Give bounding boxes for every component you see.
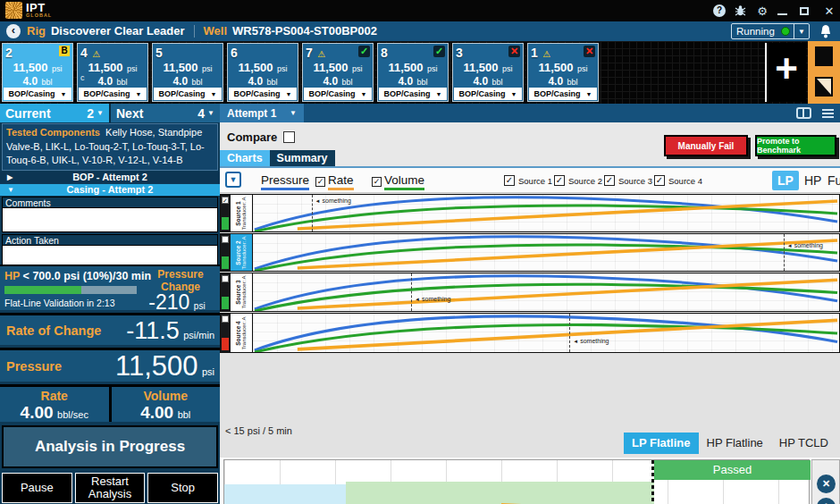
strip-plot-area[interactable]: ◄something xyxy=(253,234,839,271)
strip-chart-source4[interactable]: Source 4 Transducer: A ◄something xyxy=(220,313,840,353)
solid-mode-icon[interactable] xyxy=(815,46,833,66)
add-test-button[interactable]: + xyxy=(765,43,806,102)
restart-analysis-button[interactable]: Restart Analysis xyxy=(75,473,146,503)
attempt-tab[interactable]: Attempt 1 ▼ xyxy=(220,104,304,122)
ramp-mode-icon[interactable] xyxy=(815,77,833,97)
source1-checkbox[interactable]: ✓ xyxy=(504,175,515,186)
card-type-dropdown[interactable]: BOP/Casing▼ xyxy=(229,88,297,100)
left-pointer-icon: ◄ xyxy=(787,243,793,248)
left-pointer-icon: ◄ xyxy=(415,297,420,302)
tab-next[interactable]: Next 4▼ xyxy=(109,104,220,122)
rate-of-change-label: Rate of Change xyxy=(6,323,101,338)
comments-input[interactable] xyxy=(2,207,218,232)
zoom-in-button[interactable]: + xyxy=(817,498,836,504)
card-type-dropdown[interactable]: BOP/Casing▼ xyxy=(304,88,372,100)
reset-view-button[interactable]: ✕ xyxy=(817,475,836,493)
card-volume-unit: bbl xyxy=(117,78,128,87)
strip-plot-area[interactable]: ◄something xyxy=(253,273,839,311)
split-view-icon[interactable] xyxy=(796,107,811,119)
close-icon[interactable]: ✕ xyxy=(822,4,836,18)
source2-checkbox[interactable]: ✓ xyxy=(554,175,565,186)
test-card[interactable]: 2 B 11,500 psi 4.0 bbl BOP/Casing▼ xyxy=(2,43,73,102)
test-card[interactable]: 1 ⚠ ✕ 11,500 psi 4.0 bbl BOP/Casing▼ xyxy=(527,43,599,102)
menu-icon[interactable] xyxy=(822,109,834,120)
rate-checkbox[interactable]: ✓ xyxy=(315,177,325,187)
tab-hp-flatline[interactable]: HP Flatline xyxy=(699,433,771,454)
chevron-down-icon: ▼ xyxy=(207,109,214,117)
strip-chart-source3[interactable]: Source 3 Transducer: A ◄something xyxy=(220,273,840,312)
card-volume-unit: bbl xyxy=(42,78,53,87)
card-volume-unit: bbl xyxy=(192,78,203,87)
toggle-volume[interactable]: Volume xyxy=(384,173,424,190)
card-type-dropdown[interactable]: BOP/Casing▼ xyxy=(454,88,522,100)
maximize-icon[interactable] xyxy=(800,7,814,15)
toggle-pressure[interactable]: Pressure xyxy=(261,173,309,190)
strip-chart-source2[interactable]: Source 2 Transducer: A ◄something xyxy=(220,233,840,272)
tab-charts[interactable]: Charts xyxy=(220,150,270,166)
warning-icon: ⚠ xyxy=(92,49,100,59)
fail-status-icon: ✕ xyxy=(584,46,595,57)
strip-checkbox[interactable] xyxy=(222,275,229,282)
range-lp-button[interactable]: LP xyxy=(772,171,799,190)
annotation-text: something xyxy=(580,338,609,344)
back-button[interactable]: ‹ xyxy=(6,24,21,38)
notifications-bell-icon[interactable] xyxy=(819,24,833,39)
section-casing-attempt[interactable]: ▼ Casing - Attempt 2 xyxy=(0,184,220,196)
pressure-unit: psi xyxy=(202,366,214,377)
current-time-cursor[interactable] xyxy=(651,460,654,504)
test-card[interactable]: 8 ✓ 11,500 psi 4.0 bbl BOP/Casing▼ xyxy=(377,43,449,102)
test-card[interactable]: 6 11,500 psi 4.0 bbl BOP/Casing▼ xyxy=(227,43,298,102)
card-type-dropdown[interactable]: BOP/Casing▼ xyxy=(529,88,597,100)
tab-current[interactable]: Current 2▼ xyxy=(0,104,109,122)
collapse-all-button[interactable]: ▼ xyxy=(225,172,241,188)
titlebar: IPT GLOBAL ? ⚙ ✕ xyxy=(0,0,840,21)
tab-lp-flatline[interactable]: LP Flatline xyxy=(624,433,699,454)
section-bop-attempt[interactable]: ▶ BOP - Attempt 2 xyxy=(0,172,220,183)
chevron-down-icon[interactable]: ▼ xyxy=(794,24,809,38)
toggle-rate[interactable]: Rate xyxy=(328,173,354,190)
status-dropdown[interactable]: Running ▼ xyxy=(731,23,810,39)
strip-checkbox[interactable]: ✓ xyxy=(222,197,229,204)
volume-label: Volume xyxy=(112,389,221,403)
card-type-label: BOP/Casing xyxy=(459,89,506,98)
chevron-down-icon: ▼ xyxy=(136,91,142,97)
warning-icon: ⚠ xyxy=(542,49,550,59)
chevron-down-icon: ▼ xyxy=(290,109,297,117)
source3-checkbox[interactable]: ✓ xyxy=(604,175,615,186)
card-type-dropdown[interactable]: BOP/Casing▼ xyxy=(79,88,147,100)
tab-hp-tcld[interactable]: HP TCLD xyxy=(771,433,836,454)
card-volume-unit: bbl xyxy=(417,78,428,87)
status-label: Running xyxy=(732,26,781,37)
strip-plot-area[interactable]: ◄something xyxy=(253,195,839,231)
bug-icon[interactable] xyxy=(734,4,747,17)
pressure-row: Pressure 11,500 psi xyxy=(0,348,220,382)
range-full-button[interactable]: Full xyxy=(822,171,840,190)
chevron-down-icon: ▼ xyxy=(511,91,517,97)
strip-plot-area[interactable]: ◄something xyxy=(253,314,839,352)
strip-checkbox[interactable] xyxy=(222,315,229,323)
card-type-dropdown[interactable]: BOP/Casing▼ xyxy=(4,88,71,100)
strip-checkbox[interactable] xyxy=(222,236,229,243)
minimize-icon[interactable] xyxy=(777,7,792,15)
source4-checkbox[interactable]: ✓ xyxy=(654,175,665,186)
settings-gear-icon[interactable]: ⚙ xyxy=(755,4,769,18)
test-card[interactable]: 3 ✕ 11,500 psi 4.0 bbl BOP/Casing▼ xyxy=(452,43,524,102)
card-type-dropdown[interactable]: BOP/Casing▼ xyxy=(154,88,222,100)
tab-summary[interactable]: Summary xyxy=(270,150,335,166)
volume-checkbox[interactable]: ✓ xyxy=(372,177,382,187)
test-card[interactable]: 4 ⚠ c 11,500 psi 4.0 bbl BOP/Casing▼ xyxy=(77,43,148,102)
compare-checkbox[interactable] xyxy=(283,131,295,143)
strip-chart-source1[interactable]: ✓ Source 1 Transducer: A ◄something xyxy=(220,194,840,232)
manually-fail-button[interactable]: Manually Fail xyxy=(664,135,748,156)
test-card[interactable]: 5 11,500 psi 4.0 bbl BOP/Casing▼ xyxy=(152,43,223,102)
pause-button[interactable]: Pause xyxy=(2,473,72,503)
card-type-label: BOP/Casing xyxy=(159,89,206,98)
card-type-dropdown[interactable]: BOP/Casing▼ xyxy=(379,88,447,100)
rate-value: 4.00 xyxy=(21,403,54,422)
promote-to-benchmark-button[interactable]: Promote to Benchmark xyxy=(755,135,836,156)
test-card[interactable]: 7 ⚠ ✓ 11,500 psi 4.0 bbl BOP/Casing▼ xyxy=(302,43,374,102)
help-icon[interactable]: ? xyxy=(713,4,726,17)
flatline-plot-area[interactable]: Passed xyxy=(223,459,810,504)
strip-curves xyxy=(253,234,839,271)
stop-button[interactable]: Stop xyxy=(147,473,218,503)
